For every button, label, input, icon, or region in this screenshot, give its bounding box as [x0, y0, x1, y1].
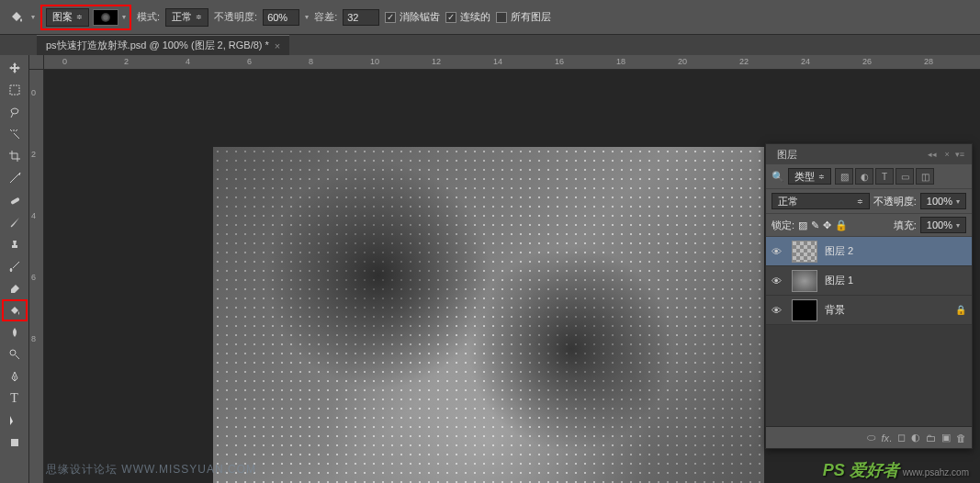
mask-icon[interactable]: ◻	[897, 432, 906, 444]
ruler-horizontal[interactable]: 0246810121416182022242628	[44, 55, 980, 70]
filter-pixel-icon[interactable]: ▨	[835, 168, 853, 185]
options-bar: ▾ 图案 ≑ ▾ 模式: 正常 ≑ 不透明度: ▾ 容差: 消除锯齿 连续的 所…	[0, 0, 980, 35]
document-tab-bar: ps快速打造放射球.psd @ 100% (图层 2, RGB/8) * ×	[0, 35, 980, 55]
watermark-sub: www.psahz.com	[903, 467, 969, 477]
type-tool[interactable]: T	[2, 388, 28, 410]
chevron-down-icon: ≑	[818, 173, 825, 181]
mode-label: 模式:	[137, 10, 160, 24]
layer-thumbnail[interactable]	[792, 241, 817, 263]
layer-item[interactable]: 👁 图层 1	[766, 266, 972, 296]
layer-opacity-input[interactable]: 100% ▾	[920, 193, 966, 209]
antialias-checkbox[interactable]	[385, 12, 396, 23]
tool-preset-dropdown[interactable]: ▾	[31, 13, 35, 21]
ruler-mark: 0	[31, 88, 36, 97]
layer-thumbnail[interactable]	[792, 299, 817, 321]
group-icon[interactable]: 🗀	[926, 432, 936, 444]
contiguous-checkbox-wrap[interactable]: 连续的	[445, 10, 490, 24]
new-layer-icon[interactable]: ▣	[941, 432, 951, 444]
pen-tool[interactable]	[2, 365, 28, 388]
svg-point-2	[10, 350, 16, 355]
chevron-down-icon: ≑	[196, 13, 202, 21]
blend-mode-value: 正常	[172, 10, 192, 24]
adjust-layer-icon[interactable]: ◐	[911, 432, 920, 444]
canvas[interactable]	[213, 147, 764, 483]
history-brush-tool[interactable]	[2, 255, 28, 277]
visibility-icon[interactable]: 👁	[772, 275, 784, 286]
lock-fill-row: 锁定: ▨ ✎ ✥ 🔒 填充: 100% ▾	[766, 214, 972, 237]
move-tool[interactable]	[2, 57, 28, 79]
blend-mode-dropdown[interactable]: 正常 ≑	[165, 8, 208, 27]
filter-smart-icon[interactable]: ◫	[916, 168, 934, 185]
marquee-tool[interactable]	[2, 79, 28, 101]
ruler-mark: 6	[31, 273, 36, 282]
close-panel-icon[interactable]: ×	[944, 150, 949, 159]
layer-thumbnail[interactable]	[792, 270, 817, 292]
lock-trans-icon[interactable]: ▨	[798, 219, 807, 231]
shape-tool[interactable]	[2, 432, 28, 454]
tolerance-input[interactable]	[343, 9, 379, 26]
bucket-icon	[7, 8, 26, 27]
ruler-mark: 12	[432, 57, 441, 66]
lock-pos-icon[interactable]: ✥	[823, 219, 831, 231]
layer-fill-input[interactable]: 100% ▾	[920, 217, 966, 233]
crop-tool[interactable]	[2, 145, 28, 167]
ruler-mark: 8	[309, 57, 313, 66]
opacity-dropdown[interactable]: ▾	[305, 13, 309, 21]
alllayers-checkbox[interactable]	[496, 12, 507, 23]
wand-tool[interactable]	[2, 123, 28, 145]
bucket-tool[interactable]	[2, 299, 28, 321]
pattern-preview	[101, 13, 110, 22]
layers-tab[interactable]: 图层	[773, 146, 801, 163]
heal-tool[interactable]	[2, 189, 28, 211]
fx-icon[interactable]: fx.	[881, 432, 892, 444]
ruler-mark: 22	[739, 57, 749, 66]
canvas-image	[213, 147, 764, 483]
svg-rect-3	[11, 439, 18, 446]
chevron-down-icon: ≑	[76, 13, 83, 21]
watermark-main: PS 爱好者	[823, 459, 899, 481]
panel-menu-icon[interactable]: ▾≡	[955, 150, 964, 159]
opacity-input[interactable]	[263, 9, 299, 26]
filter-type-icon[interactable]: T	[875, 168, 894, 185]
ruler-origin[interactable]	[29, 55, 44, 70]
visibility-icon[interactable]: 👁	[772, 305, 784, 316]
visibility-icon[interactable]: 👁	[772, 246, 784, 257]
dodge-tool[interactable]	[2, 343, 28, 365]
trash-icon[interactable]: 🗑	[956, 432, 966, 444]
fill-type-label: 图案	[52, 10, 73, 24]
layer-name[interactable]: 背景	[825, 303, 948, 317]
layer-item[interactable]: 👁 图层 2	[766, 237, 972, 266]
eraser-tool[interactable]	[2, 277, 28, 299]
layer-item[interactable]: 👁 背景 🔒	[766, 296, 972, 325]
collapse-icon[interactable]: ◂◂	[928, 150, 937, 159]
alllayers-checkbox-wrap[interactable]: 所有图层	[496, 10, 551, 24]
layer-name[interactable]: 图层 2	[825, 244, 966, 258]
layer-opacity-label: 不透明度:	[873, 195, 917, 208]
lock-paint-icon[interactable]: ✎	[811, 219, 819, 231]
close-icon[interactable]: ×	[275, 40, 280, 51]
pattern-picker-dropdown[interactable]: ▾	[122, 13, 126, 21]
ruler-mark: 20	[678, 57, 687, 66]
antialias-checkbox-wrap[interactable]: 消除锯齿	[385, 10, 440, 24]
fill-type-dropdown[interactable]: 图案 ≑	[46, 8, 89, 27]
blur-tool[interactable]	[2, 321, 28, 343]
layer-blend-dropdown[interactable]: 正常 ≑	[772, 193, 870, 209]
filter-adjust-icon[interactable]: ◐	[855, 168, 873, 185]
layer-name[interactable]: 图层 1	[825, 274, 966, 287]
lasso-tool[interactable]	[2, 101, 28, 123]
lock-all-icon[interactable]: 🔒	[835, 219, 848, 231]
alllayers-label: 所有图层	[511, 10, 551, 24]
document-tab[interactable]: ps快速打造放射球.psd @ 100% (图层 2, RGB/8) * ×	[37, 35, 289, 55]
pattern-swatch[interactable]	[93, 9, 118, 26]
link-layers-icon[interactable]: ⬭	[867, 432, 875, 444]
path-tool[interactable]	[2, 410, 28, 432]
ruler-vertical[interactable]: 02468	[29, 70, 44, 483]
filter-type-dropdown[interactable]: 类型 ≑	[788, 168, 831, 185]
brush-tool[interactable]	[2, 211, 28, 233]
eyedropper-tool[interactable]	[2, 167, 28, 189]
ruler-mark: 10	[370, 57, 379, 66]
contiguous-checkbox[interactable]	[445, 12, 456, 23]
layer-blend-value: 正常	[778, 195, 798, 208]
filter-shape-icon[interactable]: ▭	[896, 168, 914, 185]
stamp-tool[interactable]	[2, 233, 28, 255]
